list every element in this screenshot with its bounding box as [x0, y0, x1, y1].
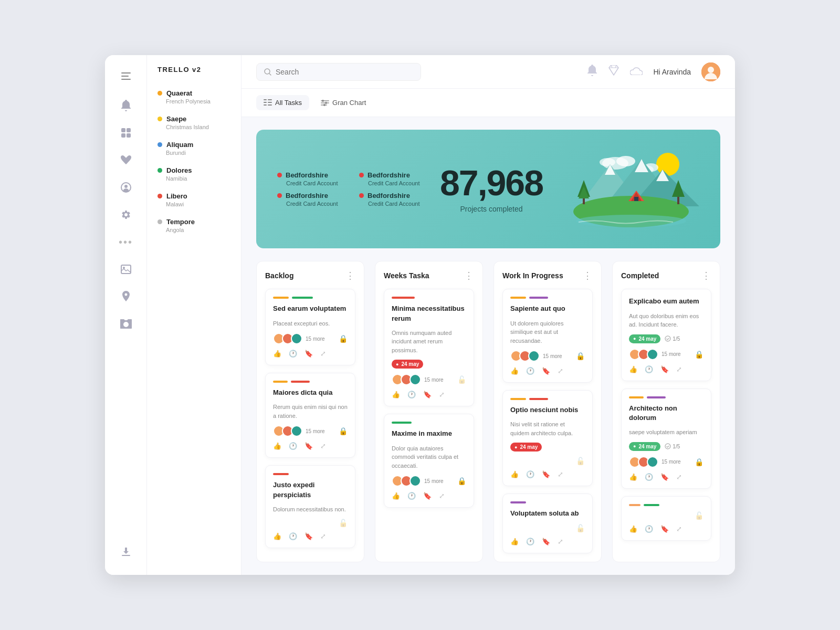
github-icon[interactable] [116, 177, 136, 198]
expand-action[interactable]: ⤢ [558, 538, 563, 545]
heart-icon[interactable] [116, 150, 136, 171]
thumbs-up-action[interactable]: 👍 [629, 473, 637, 481]
clock-action[interactable]: 🕐 [645, 473, 653, 481]
clock-action[interactable]: 🕐 [407, 492, 416, 500]
expand-action[interactable]: ⤢ [320, 532, 326, 540]
notification-header-icon[interactable] [587, 65, 597, 79]
svg-rect-0 [121, 72, 131, 74]
thumbs-up-action[interactable]: 👍 [273, 350, 281, 358]
greeting-text: Hi Aravinda [653, 68, 691, 76]
user-avatar[interactable] [701, 62, 720, 81]
card-desc: Nisi velit sit ratione et quidem archite… [510, 420, 585, 437]
expand-action[interactable]: ⤢ [320, 350, 326, 358]
clock-action[interactable]: 🕐 [407, 391, 416, 398]
card-more: 15 more [306, 428, 325, 434]
bookmark-action[interactable]: 🔖 [542, 367, 550, 375]
card-desc: Aut quo doloribus enim eos ad. Incidunt … [629, 312, 704, 329]
nav-item-dolores[interactable]: Dolores Namibia [147, 161, 241, 187]
expand-action[interactable]: ⤢ [320, 442, 326, 450]
expand-action[interactable]: ⤢ [676, 473, 682, 481]
svg-point-8 [124, 185, 128, 188]
thumbs-up-action[interactable]: 👍 [392, 492, 400, 500]
thumbs-up-action[interactable]: 👍 [629, 525, 637, 533]
clock-action[interactable]: 🕐 [289, 442, 297, 450]
clock-action[interactable]: 🕐 [645, 365, 653, 373]
notification-icon[interactable] [116, 95, 136, 116]
card-actions: 👍 🕐 🔖 ⤢ [273, 532, 348, 540]
bookmark-action[interactable]: 🔖 [304, 350, 313, 358]
expand-action[interactable]: ⤢ [439, 492, 445, 500]
expand-action[interactable]: ⤢ [676, 365, 682, 373]
nav-item-aliquam[interactable]: Aliquam Burundi [147, 135, 241, 161]
clock-action[interactable]: 🕐 [526, 470, 534, 478]
gran-chart-button[interactable]: Gran Chart [313, 95, 373, 110]
card-avatar [291, 333, 302, 344]
card-bars [273, 297, 348, 299]
gem-header-icon[interactable] [608, 65, 620, 78]
col-menu-work-in-progress[interactable]: ⋮ [583, 270, 593, 281]
thumbs-up-action[interactable]: 👍 [392, 391, 400, 398]
camera-icon[interactable] [116, 313, 136, 334]
clock-action[interactable]: 🕐 [289, 350, 297, 358]
search-input[interactable] [276, 68, 413, 76]
bookmark-action[interactable]: 🔖 [304, 532, 313, 540]
location-icon[interactable] [116, 286, 136, 307]
card: Maxime in maxime Dolor quia autaiores co… [384, 414, 474, 508]
dots-icon[interactable]: ••• [116, 232, 136, 253]
col-menu-completed[interactable]: ⋮ [701, 270, 711, 281]
card-avatars [629, 349, 658, 360]
expand-action[interactable]: ⤢ [676, 525, 682, 533]
thumbs-up-action[interactable]: 👍 [629, 365, 637, 373]
card-footer: 15 more 🔒 [510, 350, 585, 362]
bookmark-action[interactable]: 🔖 [542, 538, 550, 545]
nav-item-libero[interactable]: Libero Malawi [147, 187, 241, 213]
thumbs-up-action[interactable]: 👍 [273, 442, 281, 450]
box-icon[interactable] [116, 122, 136, 143]
card-bar [273, 297, 289, 299]
clock-action[interactable]: 🕐 [526, 367, 534, 375]
card: Justo expedi perspiciatis Dolorum necess… [265, 465, 355, 548]
settings-icon[interactable] [116, 204, 136, 225]
clock-action[interactable]: 🕐 [645, 525, 653, 533]
thumbs-up-action[interactable]: 👍 [510, 470, 519, 478]
nav-item-quaerat[interactable]: Quaerat French Polynesia [147, 84, 241, 110]
hamburger-icon[interactable] [116, 66, 136, 87]
bookmark-action[interactable]: 🔖 [423, 492, 432, 500]
all-tasks-button[interactable]: All Tasks [256, 95, 309, 110]
col-menu-backlog[interactable]: ⋮ [345, 270, 355, 281]
lock-icon: 🔒 [339, 334, 348, 343]
expand-action[interactable]: ⤢ [558, 470, 563, 478]
image-icon[interactable] [116, 259, 136, 280]
expand-action[interactable]: ⤢ [439, 391, 445, 398]
card-desc: Omnis numquam auted incidunt amet rerum … [392, 329, 466, 355]
thumbs-up-action[interactable]: 👍 [273, 532, 281, 540]
card-bar [510, 501, 526, 503]
card-bar [510, 297, 526, 299]
col-title-work-in-progress: Work In Progress [502, 271, 563, 280]
card: 🔓 👍 🕐 🔖 ⤢ [621, 496, 711, 541]
nav-item-saepe[interactable]: Saepe Christmas Island [147, 110, 241, 135]
bookmark-action[interactable]: 🔖 [542, 470, 550, 478]
card-footer: 🔓 [510, 457, 585, 465]
bookmark-action[interactable]: 🔖 [304, 442, 313, 450]
search-box[interactable] [256, 63, 421, 81]
card-desc: saepe voluptatem aperiam [629, 428, 704, 437]
card-bar [273, 473, 289, 475]
bookmark-action[interactable]: 🔖 [423, 391, 432, 398]
kanban-board: Backlog ⋮ Sed earum voluptatem Placeat e… [256, 261, 720, 562]
col-menu-weeks-taska[interactable]: ⋮ [464, 270, 474, 281]
cloud-header-icon[interactable] [630, 66, 643, 78]
bookmark-action[interactable]: 🔖 [660, 365, 669, 373]
expand-action[interactable]: ⤢ [558, 367, 563, 375]
clock-action[interactable]: 🕐 [289, 532, 297, 540]
gran-chart-icon [321, 99, 329, 107]
card-actions: 👍 🕐 🔖 ⤢ [629, 473, 704, 481]
bookmark-action[interactable]: 🔖 [660, 473, 669, 481]
thumbs-up-action[interactable]: 👍 [510, 367, 519, 375]
bookmark-action[interactable]: 🔖 [660, 525, 669, 533]
clock-action[interactable]: 🕐 [526, 538, 534, 545]
card-actions: 👍 🕐 🔖 ⤢ [273, 350, 348, 358]
download-icon[interactable] [116, 541, 136, 562]
nav-item-tempore[interactable]: Tempore Angola [147, 213, 241, 238]
thumbs-up-action[interactable]: 👍 [510, 538, 519, 545]
